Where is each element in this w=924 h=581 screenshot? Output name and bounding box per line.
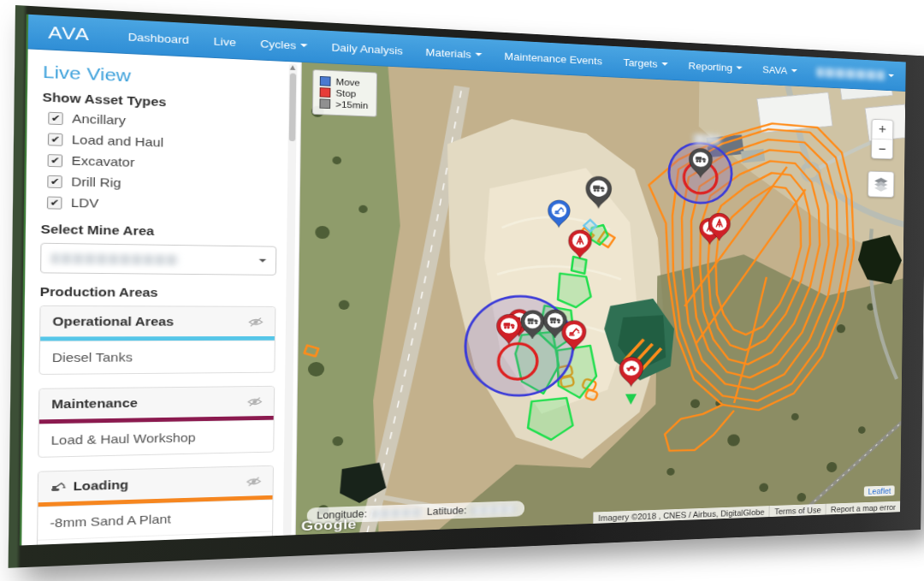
app-window: AVA Dashboard Live Cycles Daily Analysis…	[20, 15, 906, 546]
nav-item-materials[interactable]: Materials	[414, 35, 494, 70]
checkbox-checked[interactable]: ✔	[48, 154, 63, 167]
report-map-error-link[interactable]: Report a map error	[826, 501, 900, 516]
nav-item-daily-analysis[interactable]: Daily Analysis	[319, 30, 414, 67]
nav-item-sava[interactable]: SAVA	[752, 54, 807, 86]
map-legend: Move Stop >15min	[312, 69, 378, 117]
zoom-in-button[interactable]: +	[872, 120, 892, 140]
group-header[interactable]: Maintenance	[39, 387, 274, 420]
redacted-username	[816, 67, 884, 80]
asset-type-excavator[interactable]: ✔ Excavator	[48, 153, 278, 173]
scrollbar-thumb[interactable]	[289, 73, 297, 141]
redacted-map-label	[693, 133, 720, 145]
checkbox-checked[interactable]: ✔	[47, 196, 62, 209]
group-operational-areas: Operational Areas Diesel Tanks	[38, 305, 275, 375]
chevron-down-icon	[661, 62, 667, 66]
chevron-down-icon	[300, 44, 308, 47]
live-view-sidebar: Live View Show Asset Types ✔ Ancillary ✔…	[21, 49, 300, 545]
nav-item-cycles[interactable]: Cycles	[248, 27, 320, 62]
checkbox-checked[interactable]: ✔	[47, 175, 62, 187]
redacted-latitude-value	[471, 505, 515, 515]
brand-logo[interactable]: AVA	[28, 21, 116, 46]
idle-swatch	[319, 98, 330, 109]
page-title: Live View	[43, 62, 279, 92]
nav-item-maintenance-events[interactable]: Maintenance Events	[493, 39, 613, 76]
nav-item-settings[interactable]: Settings	[903, 62, 906, 93]
nav-item-user-menu[interactable]	[807, 56, 903, 91]
group-loading: Loading -8mm Sand A Plant -8mm Sand B Pl…	[36, 465, 273, 546]
list-item[interactable]: Load & Haul Workshop	[38, 420, 273, 457]
eye-slash-icon[interactable]	[247, 317, 264, 327]
checkbox-checked[interactable]: ✔	[48, 133, 63, 145]
google-logo[interactable]: Google	[301, 517, 357, 535]
layers-control[interactable]	[868, 171, 894, 198]
redacted-longitude-value	[371, 507, 423, 518]
scroll-up-arrow-icon[interactable]	[290, 65, 295, 70]
zoom-out-button[interactable]: −	[872, 139, 892, 159]
move-swatch	[319, 76, 330, 86]
chevron-down-icon	[888, 74, 894, 78]
redacted-mine-area-value	[51, 252, 178, 264]
asset-types-heading: Show Asset Types	[42, 91, 278, 114]
mine-area-select[interactable]	[40, 243, 276, 276]
satellite-map-canvas[interactable]	[296, 62, 906, 536]
chevron-down-icon	[791, 69, 797, 73]
asset-type-load-and-haul[interactable]: ✔ Load and Haul	[48, 132, 278, 152]
mine-area-heading: Select Mine Area	[40, 222, 276, 240]
legend-idle: >15min	[319, 98, 368, 110]
asset-type-ancillary[interactable]: ✔ Ancillary	[48, 111, 278, 133]
nav-item-targets[interactable]: Targets	[613, 46, 678, 80]
chevron-down-icon	[737, 66, 743, 69]
excavator-icon	[50, 481, 67, 492]
nav-item-live[interactable]: Live	[201, 24, 248, 59]
page: AVA Dashboard Live Cycles Daily Analysis…	[0, 0, 924, 581]
leaflet-link[interactable]: Leaflet	[868, 486, 891, 495]
layers-icon	[873, 177, 889, 192]
asset-type-drill-rig[interactable]: ✔ Drill Rig	[47, 175, 277, 193]
chevron-down-icon	[476, 53, 483, 56]
group-header[interactable]: Operational Areas	[40, 306, 275, 337]
checkbox-checked[interactable]: ✔	[48, 111, 63, 124]
stop-swatch	[319, 87, 330, 98]
nav-item-reporting[interactable]: Reporting	[678, 50, 752, 83]
zoom-control: + −	[871, 119, 893, 159]
legend-move: Move	[319, 76, 368, 88]
screenshot-frame: AVA Dashboard Live Cycles Daily Analysis…	[9, 5, 924, 568]
legend-stop: Stop	[319, 87, 368, 99]
live-map[interactable]: Move Stop >15min + −	[294, 62, 905, 536]
group-maintenance: Maintenance Load & Haul Workshop	[38, 386, 275, 458]
leaflet-attribution: Leaflet	[864, 485, 895, 496]
eye-slash-icon[interactable]	[246, 476, 262, 487]
production-areas-heading: Production Areas	[40, 285, 276, 299]
list-item[interactable]: Diesel Tanks	[40, 341, 275, 374]
nav-item-dashboard[interactable]: Dashboard	[115, 19, 201, 56]
asset-type-ldv[interactable]: ✔ LDV	[47, 196, 277, 214]
chevron-down-icon	[258, 259, 266, 263]
eye-slash-icon[interactable]	[246, 396, 263, 407]
